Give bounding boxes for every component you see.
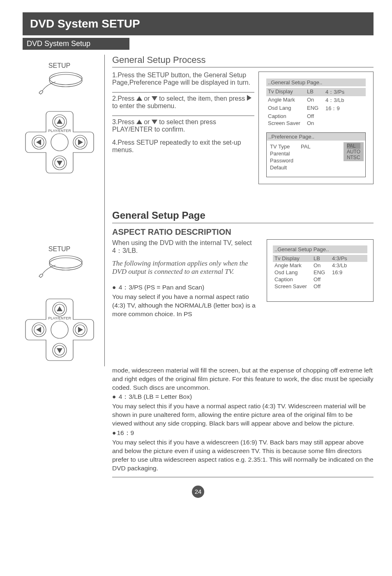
- step-3: 3.Press or to select then press PLAY/ENT…: [112, 118, 254, 133]
- osd-general-setup-page: ..General Setup Page.. Tv DisplayLB4：3/P…: [258, 72, 374, 184]
- main-title-bar: DVD System SETUP: [23, 12, 374, 35]
- svg-point-17: [51, 321, 68, 338]
- page-number-wrap: 24: [23, 486, 374, 498]
- svg-marker-20: [57, 306, 62, 311]
- setup-button-icon: [35, 254, 84, 278]
- osd-row: CaptionOff: [266, 113, 366, 120]
- triangle-down-icon: [152, 120, 157, 124]
- svg-point-2: [51, 134, 68, 151]
- instruction-list: 1.Press the SETUP button, the General Se…: [112, 72, 254, 160]
- general-setup-process-heading: General Setup Process: [112, 55, 374, 67]
- triangle-right-icon: [247, 95, 251, 101]
- left-illustration-col-2: SETUP: [23, 163, 105, 366]
- osd-pref-row: Password: [268, 157, 321, 164]
- dpad-label: PLAY/ENTER: [48, 129, 71, 133]
- osd-row: CaptionOff: [273, 276, 367, 283]
- osd-row: Angle MarkOn4:3/Lb: [273, 262, 367, 269]
- osd2-header: ..General Setup Page..: [273, 245, 367, 253]
- osd-row: Screen SaverOff: [273, 283, 367, 290]
- aspect-note-text: The following information applies only w…: [112, 259, 262, 276]
- svg-marker-23: [57, 348, 62, 353]
- setup-button-label-2: SETUP: [23, 245, 96, 253]
- osd-pref-row: TV TypePAL: [268, 143, 321, 150]
- main-title: DVD System SETUP: [30, 17, 366, 30]
- setup-button-label: SETUP: [23, 62, 96, 69]
- osd-row: Tv DisplayLB4:3/Ps: [273, 255, 367, 262]
- step-1: 1.Press the SETUP button, the General Se…: [112, 72, 254, 86]
- aspect-ratio-heading: ASPECT RATIO DESCRIPTION: [112, 227, 374, 237]
- aspect-intro-text: When using the DVD with the internal TV,…: [112, 239, 262, 255]
- osd-preference-page: ..Preference Page.. TV TypePALParentalPa…: [266, 132, 366, 177]
- osd-row: Osd LangENG16:9: [273, 269, 367, 276]
- triangle-up-icon: [136, 96, 142, 101]
- osd-tvtype-popup: PALAUTONTSC: [344, 142, 364, 161]
- setup-button-illustration-2: SETUP: [23, 245, 96, 278]
- osd-pref-row: Parental: [268, 150, 321, 157]
- step-2: 2.Press or to select, the item, then pre…: [112, 95, 254, 110]
- dpad-illustration-2: PLAY/ENTER: [23, 295, 96, 366]
- svg-marker-5: [57, 119, 62, 124]
- osd-pref-header: ..Preference Page..: [267, 133, 365, 141]
- osd-header: ..General Setup Page..: [266, 79, 366, 86]
- aspect-body-continued: mode, widescreen material will fill the …: [112, 366, 374, 473]
- osd-pref-row: Default: [268, 164, 321, 171]
- osd-row: Screen SaverOn: [266, 120, 366, 127]
- svg-marker-26: [36, 327, 41, 333]
- osd-general-setup-page-2: ..General Setup Page.. Tv DisplayLB4:3/P…: [267, 239, 374, 302]
- triangle-up-icon: [136, 120, 142, 124]
- section-subtitle: DVD System Setup: [23, 38, 129, 50]
- dpad-icon: PLAY/ENTER: [25, 295, 95, 365]
- page-number: 24: [192, 486, 204, 498]
- setup-button-illustration: SETUP: [23, 62, 96, 95]
- dpad-label-2: PLAY/ENTER: [48, 316, 71, 320]
- svg-marker-29: [78, 327, 83, 333]
- osd-row: Osd LangENG16：9: [266, 104, 366, 113]
- svg-marker-14: [78, 139, 83, 145]
- aspect-body-1: ● 4：3/PS (PS = Pan and Scan) You may sel…: [112, 283, 262, 319]
- setup-button-icon: [35, 70, 84, 95]
- step-4: 4.Press SETUP repeatedly to exit the set…: [112, 139, 254, 154]
- osd-row: Tv DisplayLB4：3/Ps: [266, 88, 366, 96]
- osd-row: Angle MarkOn4：3/Lb: [266, 96, 366, 104]
- svg-marker-11: [36, 139, 41, 145]
- triangle-down-icon: [152, 96, 157, 101]
- general-setup-page-heading: General Setup Page: [112, 210, 374, 223]
